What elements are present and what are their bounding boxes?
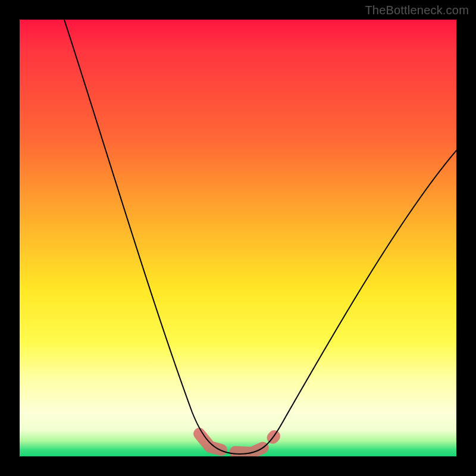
bottleneck-curve: [64, 20, 456, 454]
plot-area: [20, 20, 456, 456]
chart-frame: TheBottleneck.com: [0, 0, 476, 476]
watermark-text: TheBottleneck.com: [365, 4, 469, 17]
chart-svg: [20, 20, 456, 456]
